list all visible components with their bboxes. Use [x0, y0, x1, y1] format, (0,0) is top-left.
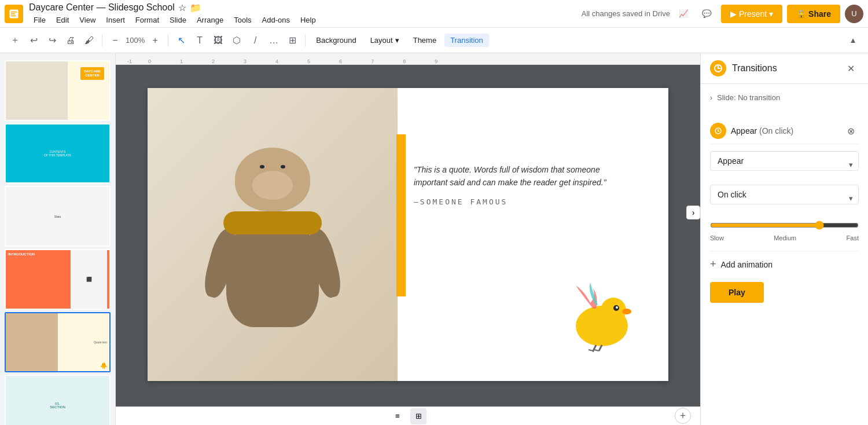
slide-canvas[interactable]: "This is a quote. Words full of wisdom t…	[148, 88, 668, 381]
user-avatar[interactable]: U	[845, 5, 863, 23]
speed-labels: Slow Medium Fast	[710, 235, 859, 241]
app-icon	[5, 5, 23, 23]
add-animation-label: Add animation	[721, 260, 773, 269]
theme-btn[interactable]: Theme	[407, 34, 442, 47]
appear-dropdown-wrapper: Appear Fade in Fly in from left Fly in f…	[710, 151, 859, 178]
add-animation-btn[interactable]: + Add animation	[710, 251, 859, 277]
print-btn[interactable]: 🖨	[62, 32, 79, 49]
star-anim-icon	[714, 127, 722, 135]
menu-view[interactable]: View	[75, 14, 100, 25]
slide-container: "This is a quote. Words full of wisdom t…	[148, 88, 668, 381]
layout-chevron-icon: ▾	[395, 36, 399, 45]
shape-btn[interactable]: ⬡	[229, 32, 245, 49]
fast-label: Fast	[847, 235, 859, 241]
image-btn[interactable]: 🖼	[210, 32, 226, 49]
quote-area[interactable]: "This is a quote. Words full of wisdom t…	[414, 163, 622, 206]
zoom-in-btn[interactable]: +	[147, 32, 163, 49]
menu-file[interactable]: File	[29, 14, 50, 25]
transitions-panel: Transitions ✕ › Slide: No transition App…	[700, 53, 868, 425]
slide-thumb-3[interactable]: 3 Stats	[5, 186, 111, 247]
list-view-btn[interactable]: ≡	[389, 408, 406, 424]
redo-btn[interactable]: ↪	[44, 32, 60, 49]
layout-btn[interactable]: Layout ▾	[365, 34, 405, 47]
trigger-dropdown-wrapper: On click After previous With previous ▾	[710, 185, 859, 211]
menu-addons[interactable]: Add-ons	[258, 14, 295, 25]
toolbar: ＋ ↩ ↪ 🖨 🖌 − 100% + ↖ T 🖼 ⬡ / … ⊞ Backgro…	[0, 28, 868, 53]
folder-icon[interactable]: 📁	[190, 2, 201, 13]
svg-rect-1	[11, 11, 17, 12]
present-button[interactable]: ▶ Present ▾	[721, 5, 782, 23]
canvas-scroll[interactable]: "This is a quote. Words full of wisdom t…	[116, 65, 700, 406]
panel-close-button[interactable]: ✕	[843, 60, 859, 76]
menu-arrange[interactable]: Arrange	[192, 14, 228, 25]
ruler-tick: 3	[244, 58, 247, 64]
text-box-btn[interactable]: T	[192, 32, 208, 49]
chevron-right-icon: ›	[710, 94, 712, 102]
svg-point-7	[616, 306, 618, 309]
line-btn[interactable]: /	[247, 32, 263, 49]
menu-edit[interactable]: Edit	[52, 14, 73, 25]
medium-label: Medium	[774, 235, 796, 241]
slide-bottom-dots: •••	[403, 380, 414, 381]
anim-type-value: Appear	[731, 126, 757, 135]
paint-format-btn[interactable]: 🖌	[81, 32, 97, 49]
slide-thumb-5[interactable]: 5 Quote text 🐥	[5, 312, 111, 373]
remove-animation-button[interactable]: ⊗	[843, 123, 859, 139]
ruler-tick: -1	[127, 58, 132, 64]
main-area: 1 DAYCARECENTER 2 CONTENTSOF THIS TEMPLA…	[0, 53, 868, 425]
collapse-panel-btn[interactable]: ▲	[845, 32, 861, 49]
play-button[interactable]: Play	[710, 282, 764, 303]
background-btn[interactable]: Background	[310, 34, 362, 47]
speed-section: Slow Medium Fast	[710, 218, 859, 241]
doc-title: Daycare Center — Slidesgo School ☆ 📁	[29, 2, 582, 13]
transition-btn[interactable]: Transition	[444, 34, 489, 47]
slide-thumb-4[interactable]: 4 INTRODUCTION ⬛	[5, 249, 111, 310]
slide-img-5: Quote text 🐥	[6, 313, 109, 372]
ruler-tick: 4	[275, 58, 278, 64]
anim-icon	[710, 123, 726, 139]
panel-icon	[710, 60, 726, 76]
slow-label: Slow	[710, 235, 724, 241]
add-element-btn[interactable]: ⊞	[284, 32, 300, 49]
comments-icon-btn[interactable]: 💬	[698, 5, 716, 23]
select-tool-btn[interactable]: ↖	[173, 32, 189, 49]
slide-thumb-1[interactable]: 1 DAYCARECENTER	[5, 60, 111, 121]
ruler-tick: 6	[339, 58, 342, 64]
share-button[interactable]: 🔒 Share	[787, 5, 840, 23]
slide-img-3: Stats	[6, 187, 109, 246]
slide-thumb-6[interactable]: 6 01.SECTION	[5, 375, 111, 425]
add-slide-button[interactable]: +	[675, 408, 691, 424]
slide-thumb-2[interactable]: 2 CONTENTSOF THIS TEMPLATE	[5, 123, 111, 184]
menu-tools[interactable]: Tools	[229, 14, 256, 25]
grid-view-btn-bottom[interactable]: ⊞	[410, 408, 426, 424]
yellow-accent-rect	[396, 134, 406, 296]
canvas-wrapper: -1 0 1 2 3 4 5 6 7 8 9	[116, 53, 700, 425]
slide-img-4: INTRODUCTION ⬛	[6, 250, 109, 309]
appear-dropdown[interactable]: Appear Fade in Fly in from left Fly in f…	[710, 151, 859, 171]
menu-insert[interactable]: Insert	[101, 14, 130, 25]
activity-icon-btn[interactable]: 📈	[675, 5, 693, 23]
monkey-area	[148, 88, 398, 381]
top-ruler: -1 0 1 2 3 4 5 6 7 8 9	[116, 53, 700, 65]
zoom-level: 100%	[126, 36, 145, 45]
menu-format[interactable]: Format	[131, 14, 164, 25]
sep2	[168, 34, 168, 47]
menu-help[interactable]: Help	[296, 14, 321, 25]
undo-btn[interactable]: ↩	[25, 32, 42, 49]
add-btn[interactable]: ＋	[7, 32, 23, 49]
slide-transition-text[interactable]: Slide: No transition	[717, 93, 780, 102]
more-tools-btn[interactable]: …	[266, 32, 282, 49]
zoom-out-btn[interactable]: −	[107, 32, 123, 49]
menu-slide[interactable]: Slide	[165, 14, 191, 25]
speed-slider[interactable]	[710, 221, 859, 230]
panel-header: Transitions ✕	[701, 53, 868, 84]
slide-img-1: DAYCARECENTER	[6, 61, 109, 120]
svg-line-11	[589, 350, 593, 351]
bird-area	[564, 277, 639, 352]
right-edge-icon-1[interactable]: ›	[686, 206, 700, 219]
ruler-tick: 8	[403, 58, 406, 64]
doc-title-text[interactable]: Daycare Center — Slidesgo School	[29, 2, 175, 13]
trigger-dropdown[interactable]: On click After previous With previous	[710, 185, 859, 204]
star-icon[interactable]: ☆	[178, 2, 186, 13]
sep3	[305, 34, 306, 47]
